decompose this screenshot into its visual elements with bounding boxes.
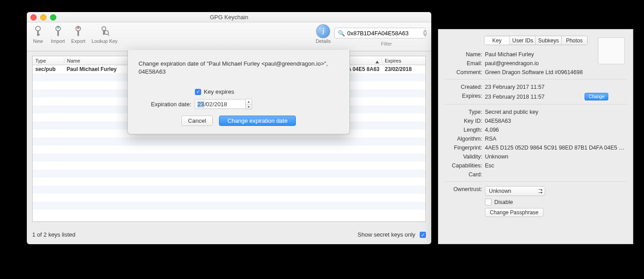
secret-only-label: Show secret keys only [358,231,415,238]
svg-line-10 [108,34,109,36]
chevron-up-icon[interactable]: ▲ [246,99,252,104]
value-created: 23 February 2017 11:57 [485,84,627,90]
label-ownertrust: Ownertrust: [445,186,485,192]
key-new-icon [31,25,45,38]
traffic-lights [30,14,56,21]
chevron-down-icon[interactable]: ▼ [246,104,252,109]
status-secret-toggle[interactable]: Show secret keys only ✓ [358,231,426,238]
value-expires: 23 February 2018 11:57 [485,94,544,100]
cancel-button[interactable]: Cancel [181,116,213,126]
value-algorithm: RSA [485,136,627,142]
value-keyid: 04E58A63 [485,118,627,124]
value-validity: Unknown [485,154,627,160]
change-passphrase-button[interactable]: Change Passphrase [485,208,543,217]
search-icon: 🔍 [338,30,345,37]
toolbar-new[interactable]: New [31,25,45,44]
date-stepper[interactable]: ▲ ▼ [246,99,252,109]
checkbox-checked-icon[interactable]: ✓ [195,89,201,95]
label-comment: Comment: [445,69,485,75]
label-capabilities: Capabilities: [445,162,485,169]
inspector-window: Key User IDs Subkeys Photos Name:Paul Mi… [438,29,633,244]
tab-key[interactable]: Key [484,36,510,45]
ownertrust-select[interactable]: Unknown ▴▾ [485,186,545,196]
label-fingerprint: Fingerprint: [445,145,485,151]
key-import-icon [51,25,65,38]
filter-label: Filter [381,41,392,46]
info-icon: i [316,24,330,38]
inspector-tabs: Key User IDs Subkeys Photos [484,36,588,45]
toolbar-new-label: New [33,38,43,44]
label-email: Email: [445,60,485,67]
toolbar-import-label: Import [51,38,65,44]
toolbar-export[interactable]: Export [71,25,85,44]
toolbar: New Import Export Lookup Key i Details 🔍 [27,22,431,51]
label-expires: Expires: [445,93,485,99]
expiration-date-input[interactable]: 23/02/2018 [195,99,246,109]
label-name: Name: [445,51,485,58]
tab-userids[interactable]: User IDs [510,36,536,45]
tab-subkeys[interactable]: Subkeys [536,36,562,45]
photo-thumbnail[interactable] [598,37,625,64]
toolbar-lookup-label: Lookup Key [92,38,118,44]
key-export-icon [72,25,85,38]
label-algorithm: Algorithm: [445,136,485,142]
clear-icon[interactable]: ✕ [423,30,427,36]
disable-label: Disable [494,199,513,205]
ownertrust-value: Unknown [489,188,511,194]
label-created: Created: [445,84,485,90]
toolbar-lookup[interactable]: Lookup Key [92,25,118,44]
checkbox-checked-icon: ✓ [420,232,426,238]
cell-expires: 23/02/2018 [382,66,425,72]
cell-type: sec/pub [33,66,64,72]
expiration-date-label: Expiration date: [139,101,195,108]
titlebar: GPG Keychain [27,12,431,22]
expiration-sheet: Change expiration date of "Paul Michael … [127,50,350,134]
toolbar-details[interactable]: i Details [316,24,331,44]
sheet-title: Change expiration date of "Paul Michael … [139,60,339,76]
change-expiration-button[interactable]: Change expiration date [219,116,296,126]
minimize-icon[interactable] [40,14,46,21]
date-day: 23 [197,101,204,108]
value-type: Secret and public key [485,109,627,115]
key-expires-label: Key expires [204,88,234,95]
search-input[interactable] [346,29,423,37]
change-expires-button[interactable]: Change [585,93,608,100]
value-length: 4,096 [485,127,627,133]
svg-rect-6 [77,30,79,36]
tab-photos[interactable]: Photos [562,36,587,45]
toolbar-export-label: Export [71,38,85,44]
label-type: Type: [445,109,485,115]
key-lookup-icon [98,25,111,38]
zoom-icon[interactable] [50,14,56,21]
toolbar-details-label: Details [316,38,331,44]
disable-checkbox[interactable] [485,199,492,205]
label-length: Length: [445,127,485,133]
value-capabilities: Esc [485,162,627,169]
toolbar-import[interactable]: Import [51,25,65,44]
svg-point-0 [36,26,41,31]
label-keyid: Key ID: [445,118,485,124]
svg-rect-4 [57,30,59,36]
search-field[interactable]: 🔍 ✕ [334,28,426,38]
statusbar: 1 of 2 keys listed Show secret keys only… [32,231,426,238]
date-rest: /02/2018 [204,101,227,108]
main-window: GPG Keychain New Import Export Lookup Ke… [27,12,431,244]
window-title: GPG Keychain [210,14,248,21]
close-icon[interactable] [30,14,37,21]
svg-rect-2 [37,34,40,35]
col-expires[interactable]: Expires [382,58,425,63]
svg-point-7 [102,27,106,31]
label-validity: Validity: [445,154,485,160]
label-card: Card: [445,171,485,178]
value-comment: Green Dragon Software Ltd #09614698 [485,69,627,75]
chevron-updown-icon: ▴▾ [541,188,543,194]
value-fingerprint: 4AE5 D125 052D 9864 5C91 98ED 87B1 D4FA … [485,145,627,151]
col-type[interactable]: Type [33,58,64,63]
status-key-count: 1 of 2 keys listed [32,231,76,238]
